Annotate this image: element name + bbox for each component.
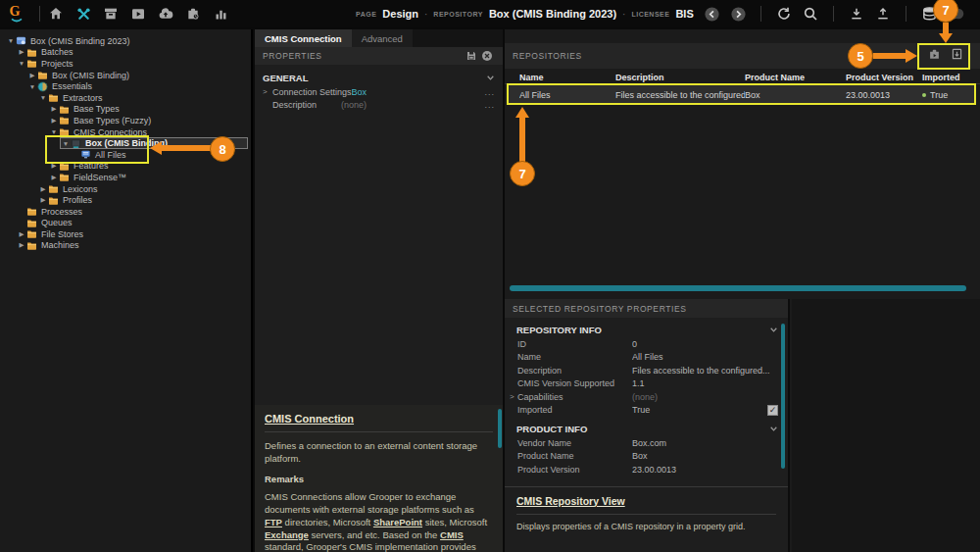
help-title[interactable]: CMIS Repository View [516, 495, 776, 507]
section-product-info[interactable]: PRODUCT INFO [505, 422, 788, 436]
tree-item-file-stores[interactable]: ▶File Stores [0, 228, 251, 240]
tab-advanced[interactable]: Advanced [352, 29, 413, 47]
divider [265, 431, 493, 432]
stats-icon[interactable] [211, 4, 230, 24]
property-value[interactable]: 1.1 [632, 378, 788, 388]
tree-item-projects[interactable]: ▼Projects [0, 58, 251, 70]
review-icon[interactable] [128, 4, 148, 24]
tree-expander-icon[interactable]: ▶ [49, 105, 59, 113]
close-icon[interactable] [479, 49, 495, 63]
tree-item-queues[interactable]: Queues [0, 218, 251, 229]
cloud-upload-icon[interactable] [156, 4, 175, 24]
property-value[interactable]: All Files [632, 352, 788, 362]
test-connection-icon[interactable] [927, 47, 942, 65]
tree-expander-icon[interactable]: ▶ [38, 196, 48, 204]
import-repository-icon[interactable] [950, 47, 964, 65]
tree-expander-icon[interactable]: ▼ [17, 60, 26, 67]
design-tools-icon[interactable] [74, 4, 93, 24]
tree-expander-icon[interactable]: ▶ [27, 72, 37, 79]
property-value[interactable]: Box [352, 87, 483, 97]
tree-expander-icon[interactable]: ▶ [17, 241, 26, 249]
chevron-down-icon[interactable] [769, 424, 778, 434]
tree-item-box-cmis-binding-2023[interactable]: ▼Box (CMIS Binding 2023) [0, 35, 251, 47]
column-header-name[interactable]: Name [519, 73, 615, 82]
property-value[interactable]: (none) [632, 392, 788, 402]
tree-item-box-cmis-binding[interactable]: ▶Box (CMIS Binding) [0, 70, 251, 81]
tree-item-essentials[interactable]: ▼Essentials [0, 80, 251, 92]
tree-item-lexicons[interactable]: ▶Lexicons [0, 183, 251, 195]
column-header-product-version[interactable]: Product Version [846, 73, 922, 82]
save-icon[interactable] [464, 49, 479, 63]
repository-value[interactable]: Box (CMIS Binding 2023) [489, 8, 616, 20]
tree-expander-icon[interactable]: ▶ [17, 230, 26, 238]
download-icon[interactable] [847, 4, 866, 24]
text-run: standard, Grooper's CMIS implementation … [265, 541, 480, 552]
property-value[interactable]: Box.com [632, 438, 788, 448]
tree-item-core: ▼Essentials [27, 80, 92, 92]
forward-icon[interactable] [728, 4, 748, 24]
property-row-product-name: Product Name Box [505, 450, 788, 464]
column-header-imported[interactable]: Imported [922, 73, 980, 82]
help-title[interactable]: CMIS Connection [265, 413, 493, 425]
text-run: servers, and etc. Based on the [309, 529, 440, 540]
tree-item-features[interactable]: ▶Features [0, 161, 251, 173]
refresh-icon[interactable] [774, 4, 794, 24]
jobs-icon[interactable] [183, 4, 203, 24]
property-value[interactable]: 23.00.0013 [632, 465, 788, 475]
tree-item-machines[interactable]: ▶Machines [0, 240, 251, 252]
tree-expander-icon[interactable]: ▶ [49, 174, 59, 181]
tree-item-profiles[interactable]: ▶Profiles [0, 194, 251, 206]
selected-repository-scrollbar[interactable] [781, 324, 785, 469]
expander-icon[interactable]: > [505, 392, 517, 401]
tab-cmis-connection[interactable]: CMIS Connection [255, 29, 352, 47]
doc-link[interactable]: SharePoint [373, 517, 422, 527]
tree-expander-icon[interactable]: ▼ [27, 83, 37, 90]
tree-expander-icon[interactable]: ▶ [17, 48, 26, 56]
upload-icon[interactable] [873, 4, 893, 24]
chevron-down-icon[interactable] [769, 325, 778, 335]
property-value[interactable]: True [632, 405, 767, 415]
tree-item-batches[interactable]: ▶Batches [0, 47, 251, 59]
section-general[interactable]: GENERAL [255, 71, 503, 85]
folder-icon [59, 162, 72, 171]
tree-expander-icon[interactable]: ▼ [6, 37, 16, 44]
repository-row-all-files[interactable]: All Files Files accessible to the config… [509, 85, 974, 104]
chevron-down-icon[interactable] [486, 73, 495, 83]
property-label: Product Name [517, 451, 632, 461]
property-value[interactable]: Box [632, 451, 788, 461]
tree-expander-icon[interactable]: ▼ [38, 94, 48, 101]
tree-item-base-types[interactable]: ▶Base Types [0, 104, 251, 116]
doc-link[interactable]: Exchange [265, 529, 309, 540]
doc-link[interactable]: CMIS [440, 529, 464, 540]
tree-expander-icon[interactable]: ▶ [49, 162, 59, 170]
expander-icon[interactable]: > [255, 87, 272, 96]
search-icon[interactable] [801, 4, 820, 24]
more-button[interactable]: ... [483, 87, 503, 97]
property-value[interactable]: (none) [341, 100, 483, 110]
tree-item-fieldsense[interactable]: ▶FieldSense™ [0, 172, 251, 183]
tree-item-base-types-fuzzy[interactable]: ▶Base Types (Fuzzy) [0, 115, 251, 126]
tree-item-core: All Files [71, 149, 126, 161]
tree-item-extractors[interactable]: ▼Extractors [0, 92, 251, 104]
tree-expander-icon[interactable]: ▼ [49, 128, 59, 135]
tree-expander-icon[interactable]: ▼ [61, 140, 71, 147]
tree-expander-icon[interactable]: ▶ [49, 117, 59, 125]
home-icon[interactable] [46, 4, 66, 24]
tree-item-cmis-connections[interactable]: ▼CMIS Connections [0, 126, 251, 138]
tree-expander-icon[interactable]: ▶ [38, 185, 48, 193]
help-scrollbar[interactable] [498, 409, 502, 448]
batches-icon[interactable] [101, 4, 121, 24]
more-button[interactable]: ... [483, 100, 503, 110]
property-value[interactable]: 0 [632, 339, 788, 349]
tree-item-processes[interactable]: Processes [0, 206, 251, 218]
column-header-product-name[interactable]: Product Name [745, 73, 846, 82]
back-icon[interactable] [702, 4, 721, 24]
property-value[interactable]: Files accessible to the configured... [632, 366, 788, 376]
section-repository-info[interactable]: REPOSITORY INFO [505, 323, 788, 337]
column-header-description[interactable]: Description [615, 73, 745, 82]
doc-link[interactable]: FTP [265, 517, 282, 527]
imported-checkbox[interactable]: ✓ [767, 405, 778, 416]
grooper-logo[interactable]: G [0, 3, 33, 25]
panel-splitter[interactable] [510, 285, 966, 291]
page-value[interactable]: Design [382, 8, 418, 20]
